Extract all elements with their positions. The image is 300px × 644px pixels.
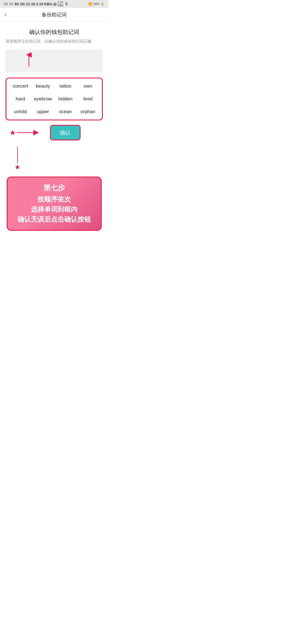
instruction-line1: 按顺序依次: [12, 194, 96, 204]
confirm-row: ★ 确认: [6, 125, 103, 140]
star-bottom: ★: [14, 163, 21, 171]
status-right: 📶 39% 🔋: [88, 2, 104, 6]
word-own[interactable]: own: [77, 82, 99, 90]
word-grid-container: concert beauty tattoo own hard eyebrow h…: [6, 78, 103, 120]
battery-percent: 39%: [93, 2, 99, 6]
vertical-line: [17, 147, 18, 163]
app-screen: 3G 2G 3G 2G 21:16 2.10 KB/s ◎ 2.10KB/s 🐧…: [0, 0, 108, 241]
word-concert[interactable]: concert: [9, 82, 32, 90]
header-section: 确认你的钱包助记词 请按顺序点击助记词，以确认你的备份助记词正确。: [6, 28, 103, 44]
instruction-line2: 选择单词到框内: [12, 204, 96, 214]
section-desc: 请按顺序点击助记词，以确认你的备份助记词正确。: [6, 38, 103, 44]
confirm-button[interactable]: 确认: [50, 125, 81, 140]
main-content: 确认你的钱包助记词 请按顺序点击助记词，以确认你的备份助记词正确。: [0, 22, 108, 241]
word-upper[interactable]: upper: [32, 108, 54, 116]
word-eyebrow[interactable]: eyebrow: [32, 95, 54, 103]
word-hard[interactable]: hard: [9, 95, 32, 103]
selected-words-box: [6, 50, 103, 72]
signal-text2: 2G: [9, 2, 13, 6]
word-beauty[interactable]: beauty: [32, 82, 54, 90]
nav-bar: ‹ 备份助记词: [0, 8, 108, 22]
word-unfold[interactable]: unfold: [9, 108, 32, 116]
back-button[interactable]: ‹: [4, 11, 6, 18]
instruction-step: 第七步: [12, 183, 96, 193]
signal-text: 3G: [4, 2, 8, 6]
word-orphan[interactable]: orphan: [77, 108, 99, 116]
selected-area-wrapper: [6, 50, 103, 72]
wechat-icon: 🐧: [64, 2, 68, 6]
instruction-box: 第七步 按顺序依次 选择单词到框内 确认无误后点击确认按钮: [7, 177, 102, 231]
section-title: 确认你的钱包助记词: [6, 28, 103, 36]
status-left: 3G 2G 3G 2G 21:16 2.10 KB/s ◎ 2.10KB/s 🐧: [4, 1, 68, 7]
word-grid: concert beauty tattoo own hard eyebrow h…: [9, 82, 99, 116]
bottom-decoration: ★: [6, 147, 103, 171]
wifi-icon: 📶: [88, 2, 92, 6]
word-tired[interactable]: tired: [77, 95, 99, 103]
data-speed: 2.10KB/s: [58, 1, 63, 7]
arrow-up-indicator: [25, 53, 33, 68]
star-decoration: ★: [9, 128, 16, 137]
word-tattoo[interactable]: tattoo: [54, 82, 77, 90]
word-hidden[interactable]: hidden: [54, 95, 77, 103]
nav-title: 备份助记词: [42, 11, 67, 18]
status-bar: 3G 2G 3G 2G 21:16 2.10 KB/s ◎ 2.10KB/s 🐧…: [0, 0, 108, 8]
word-ocean[interactable]: ocean: [54, 108, 77, 116]
arrow-to-confirm: [17, 128, 39, 137]
time: 3G 2G 21:16 2.10 KB/s ◎: [14, 2, 56, 6]
instruction-line3: 确认无误后点击确认按钮: [12, 214, 96, 224]
battery-icon: 🔋: [101, 2, 104, 6]
